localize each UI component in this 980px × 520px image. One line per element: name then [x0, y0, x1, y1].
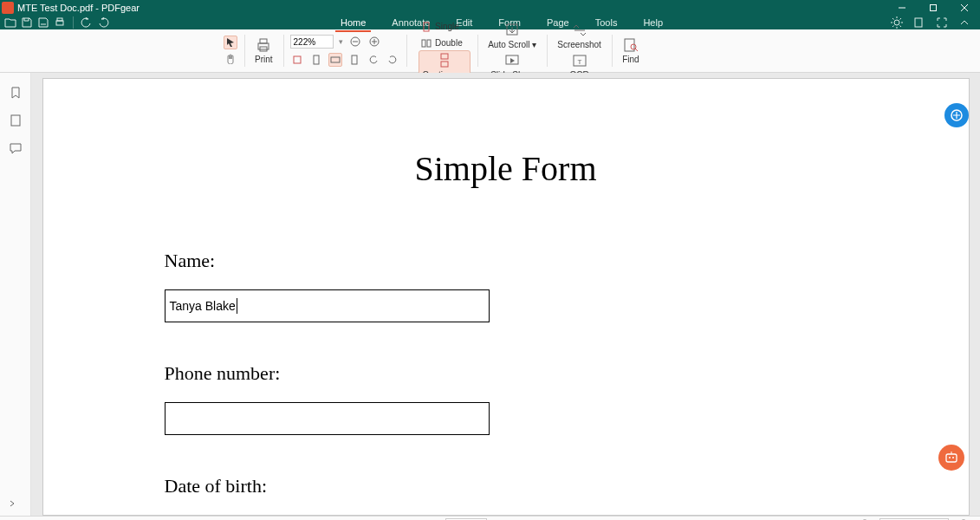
minimize-button[interactable]: [886, 0, 918, 16]
tab-home[interactable]: Home: [335, 16, 371, 29]
svg-rect-1: [931, 5, 937, 11]
single-label: Single: [435, 22, 459, 31]
statusbar: 1 / 1 222%: [0, 516, 980, 520]
svg-point-44: [949, 457, 951, 458]
name-value: Tanya Blake: [170, 299, 236, 313]
ribbon: Print ▾: [0, 29, 980, 73]
collapse-ribbon-button[interactable]: [957, 16, 971, 29]
fit-height-button[interactable]: [347, 53, 361, 67]
bookmarks-button[interactable]: [8, 85, 23, 101]
print-quick-button[interactable]: [53, 16, 67, 29]
svg-rect-30: [427, 40, 431, 47]
ai-assist-button[interactable]: [944, 103, 969, 127]
next-page-button[interactable]: [496, 517, 511, 520]
zoom-in-status-button[interactable]: [956, 517, 971, 520]
left-rail: [0, 73, 31, 516]
maximize-button[interactable]: [918, 0, 949, 16]
page-nav: 1 / 1: [397, 517, 584, 520]
svg-rect-26: [331, 57, 340, 62]
name-label: Name:: [165, 250, 847, 272]
save-button[interactable]: [20, 16, 34, 29]
form-title: Simple Form: [165, 148, 847, 189]
top-right-controls: [890, 16, 980, 29]
svg-line-40: [635, 49, 638, 51]
svg-rect-5: [57, 18, 62, 21]
ribbon-group-find: Find: [612, 29, 650, 72]
single-page-button[interactable]: Single: [417, 20, 464, 34]
zoom-out-button[interactable]: [348, 35, 362, 49]
name-field[interactable]: Tanya Blake: [165, 289, 490, 322]
svg-rect-24: [294, 56, 301, 63]
close-button[interactable]: [949, 0, 980, 16]
screenshot-label: Screenshot: [557, 40, 601, 49]
zoom-dropdown-icon[interactable]: ▾: [339, 37, 343, 46]
page: Simple Form Name: Tanya Blake Phone numb…: [42, 78, 970, 516]
rotate-cw-button[interactable]: [386, 53, 399, 67]
save-as-button[interactable]: [36, 16, 50, 29]
autoscroll-button[interactable]: Auto Scroll ▾: [484, 21, 540, 51]
first-page-button[interactable]: [397, 517, 412, 520]
screenshot-button[interactable]: Screenshot: [554, 21, 605, 51]
fit-actual-button[interactable]: [290, 53, 304, 67]
thumbnails-button[interactable]: [8, 113, 23, 128]
app-icon: [2, 2, 14, 14]
fit-width-button[interactable]: [328, 53, 342, 67]
svg-point-6: [894, 20, 899, 25]
phone-label: Phone number:: [165, 362, 847, 385]
ribbon-group-cursor: [217, 29, 244, 72]
prev-page-button[interactable]: [421, 517, 437, 520]
titlebar: MTE Test Doc.pdf - PDFgear: [0, 0, 980, 16]
undo-button[interactable]: [80, 16, 94, 29]
print-button[interactable]: Print: [251, 36, 276, 66]
status-zoom: 222%: [857, 517, 971, 520]
svg-rect-27: [352, 55, 357, 64]
find-button[interactable]: Find: [619, 36, 643, 66]
zoom-out-status-button[interactable]: [857, 517, 873, 520]
svg-rect-25: [314, 55, 319, 64]
theme-toggle-button[interactable]: [890, 16, 904, 29]
fullscreen-button[interactable]: [935, 16, 949, 29]
find-label: Find: [622, 55, 639, 64]
zoom-input[interactable]: [290, 35, 334, 49]
svg-line-13: [892, 26, 894, 28]
ribbon-group-zoom: ▾: [283, 29, 406, 72]
last-page-button[interactable]: [520, 517, 535, 520]
redo-button[interactable]: [96, 16, 110, 29]
window-title: MTE Test Doc.pdf - PDFgear: [17, 3, 140, 13]
zoom-in-button[interactable]: [367, 35, 381, 49]
main-area: Simple Form Name: Tanya Blake Phone numb…: [0, 73, 980, 516]
svg-rect-32: [441, 62, 448, 67]
double-label: Double: [435, 38, 463, 48]
svg-rect-17: [260, 39, 267, 43]
hand-tool-button[interactable]: [224, 52, 237, 66]
select-tool-button[interactable]: [224, 36, 237, 49]
svg-line-14: [900, 18, 902, 20]
phone-field[interactable]: [165, 402, 490, 435]
chat-robot-button[interactable]: [938, 445, 964, 471]
single-view-status-button[interactable]: [544, 517, 560, 520]
svg-line-11: [892, 18, 894, 20]
ribbon-group-print: Print: [244, 29, 283, 72]
open-file-button[interactable]: [3, 16, 17, 29]
rail-expand-button[interactable]: [7, 498, 17, 509]
rotate-ccw-button[interactable]: [367, 53, 380, 67]
svg-rect-4: [56, 21, 63, 25]
dob-label: Date of birth:: [165, 475, 847, 497]
double-page-button[interactable]: Double: [417, 36, 467, 50]
comments-button[interactable]: [8, 140, 23, 156]
quick-access: [0, 16, 114, 29]
double-view-status-button[interactable]: [568, 517, 584, 520]
svg-rect-28: [424, 23, 429, 31]
text-cursor: [237, 298, 237, 314]
svg-rect-41: [11, 115, 20, 126]
svg-text:T: T: [577, 58, 581, 66]
tab-help[interactable]: Help: [638, 16, 668, 29]
svg-rect-31: [441, 54, 448, 59]
fit-page-button[interactable]: [309, 53, 323, 67]
document-viewport[interactable]: Simple Form Name: Tanya Blake Phone numb…: [31, 73, 980, 516]
svg-rect-15: [915, 18, 922, 27]
window-mode-button[interactable]: [912, 16, 926, 29]
ribbon-group-pagemode: Single Double Continuous: [406, 29, 478, 72]
svg-point-45: [952, 457, 954, 458]
ribbon-group-present: Auto Scroll ▾ Slide Show: [477, 29, 547, 72]
